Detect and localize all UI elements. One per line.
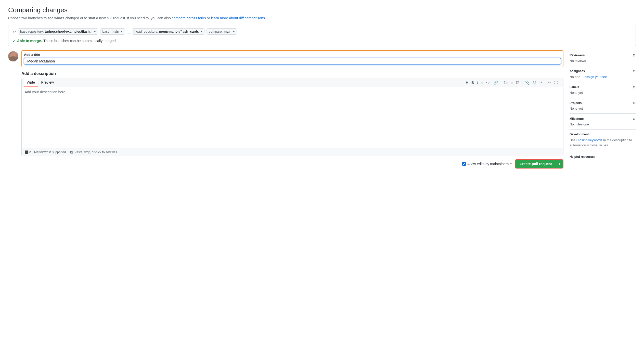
description-label: Add a description	[21, 71, 563, 76]
labels-title: Labels	[570, 85, 579, 89]
compare-branch-select[interactable]: compare: main ▾	[207, 28, 237, 35]
page-subtitle: Choose two branches to see what's change…	[8, 16, 636, 21]
base-repo-value: turingschool-examples/flash...	[45, 30, 93, 33]
switch-direction[interactable]: ← ···	[127, 29, 130, 35]
projects-title: Projects	[570, 101, 582, 105]
create-pr-button-group[interactable]: Create pull request ▾	[515, 159, 563, 169]
toolbar-link-btn[interactable]: 🔗	[492, 80, 499, 85]
compare-across-forks-link[interactable]: compare across forks	[172, 16, 206, 20]
branch-bar: ⇄ base repository: turingschool-examples…	[8, 25, 636, 46]
assignees-text: No one—	[570, 75, 584, 79]
preview-tab[interactable]: Preview	[38, 78, 57, 87]
labels-section: Labels ⚙ None yet	[570, 82, 636, 98]
toolbar-bold-btn[interactable]: B	[470, 80, 475, 85]
markdown-icon: ⬛M↓	[25, 150, 33, 154]
base-branch-select[interactable]: base: main ▾	[100, 28, 125, 35]
avatar-image	[8, 51, 18, 61]
toolbar-attach-btn[interactable]: 📎	[524, 80, 531, 85]
labels-gear-icon[interactable]: ⚙	[633, 85, 636, 89]
projects-value: None yet	[570, 107, 636, 110]
assignees-title: Assignees	[570, 69, 585, 73]
paste-drop-area[interactable]: 🖼 Paste, drop, or click to add files	[70, 150, 117, 154]
merge-check-icon: ✓	[12, 39, 16, 43]
toolbar-italic-btn[interactable]: I	[476, 80, 479, 85]
form-content: Add a title Add a description Write Prev…	[21, 50, 563, 169]
toolbar-divider-3	[545, 81, 545, 85]
allow-edits-label[interactable]: Allow edits by maintainers ?	[462, 162, 512, 166]
milestone-gear-icon[interactable]: ⚙	[633, 117, 636, 121]
closing-keywords-link[interactable]: Closing keywords	[576, 138, 602, 142]
base-value: main	[111, 30, 119, 33]
user-avatar	[8, 51, 18, 61]
allow-edits-checkbox[interactable]	[462, 162, 466, 166]
compare-label: compare:	[209, 30, 223, 33]
italic-icon: I	[477, 81, 478, 85]
base-repo-chevron: ▾	[94, 30, 96, 33]
toolbar-numbered-list-btn[interactable]: 1≡	[503, 80, 509, 85]
reviewers-gear-icon[interactable]: ⚙	[633, 53, 636, 57]
assignees-gear-icon[interactable]: ⚙	[633, 69, 636, 73]
toolbar-code-btn[interactable]: <>	[485, 80, 492, 85]
assignees-value: No one— assign yourself	[570, 75, 636, 79]
projects-gear-icon[interactable]: ⚙	[633, 101, 636, 105]
form-with-avatar: Add a title Add a description Write Prev…	[8, 50, 563, 169]
editor-tabs: Write Preview H B I ≡ <> 🔗 1≡ ≡ ☑	[22, 78, 563, 87]
switch-dots: ···	[127, 32, 130, 35]
editor-body[interactable]: Add your description here...	[22, 87, 563, 148]
sidebar: Reviewers ⚙ No reviews Assignees ⚙ No on…	[570, 50, 636, 162]
toolbar-heading-btn[interactable]: H	[465, 80, 470, 85]
able-to-merge-text: Able to merge.	[17, 39, 42, 43]
milestone-title: Milestone	[570, 117, 584, 121]
help-icon[interactable]: ?	[510, 162, 512, 166]
reviewers-section: Reviewers ⚙ No reviews	[570, 50, 636, 66]
toolbar-mention-btn[interactable]: @	[531, 80, 537, 85]
page-header: Comparing changes Choose two branches to…	[8, 6, 636, 21]
title-label: Add a title	[24, 53, 561, 57]
base-repo-label: base repository:	[20, 30, 44, 33]
assignees-header: Assignees ⚙	[570, 69, 636, 73]
projects-section: Projects ⚙ None yet	[570, 98, 636, 114]
base-label: base:	[102, 30, 111, 33]
switch-arrow: ←	[127, 29, 130, 32]
toolbar-unordered-list-btn[interactable]: ≡	[510, 80, 514, 85]
development-text-before: Use	[570, 138, 576, 142]
assign-yourself-link[interactable]: assign yourself	[585, 75, 607, 79]
description-placeholder: Add your description here...	[25, 90, 68, 94]
helpful-resources-title: Helpful resources	[570, 155, 636, 159]
toolbar-task-list-btn[interactable]: ☑	[515, 80, 521, 85]
toolbar-fullscreen-btn[interactable]: ⛶	[553, 80, 559, 85]
paste-label: Paste, drop, or click to add files	[74, 150, 117, 154]
projects-header: Projects ⚙	[570, 101, 636, 105]
subtitle-text-before: Choose two branches to see what's change…	[8, 16, 172, 20]
helpful-resources-section: Helpful resources	[570, 151, 636, 162]
base-chevron: ▾	[121, 30, 123, 33]
development-header: Development	[570, 133, 636, 136]
base-repo-select[interactable]: base repository: turingschool-examples/f…	[18, 28, 98, 35]
labels-value: None yet	[570, 91, 636, 95]
reviewers-title: Reviewers	[570, 54, 585, 57]
merge-message-text: These branches can be automatically merg…	[43, 39, 117, 43]
editor-toolbar: H B I ≡ <> 🔗 1≡ ≡ ☑ 📎 @	[462, 79, 561, 86]
editor-container: Write Preview H B I ≡ <> 🔗 1≡ ≡ ☑	[21, 78, 563, 156]
learn-more-link[interactable]: learn more about diff comparisons	[211, 16, 265, 20]
toolbar-undo-btn[interactable]: ↩	[547, 80, 552, 85]
merge-status: ✓ Able to merge. These branches can be a…	[12, 39, 632, 43]
image-icon: 🖼	[70, 150, 73, 154]
toolbar-reference-btn[interactable]: ↗	[538, 80, 544, 85]
subtitle-text-middle: or	[207, 16, 211, 20]
milestone-section: Milestone ⚙ No milestone	[570, 114, 636, 130]
compare-chevron: ▾	[233, 30, 235, 33]
toolbar-quote-btn[interactable]: ≡	[480, 80, 484, 85]
markdown-supported: ⬛M↓ Markdown is supported	[25, 150, 66, 154]
toolbar-divider-1	[501, 81, 501, 85]
head-repo-select[interactable]: head repository: memcmahon/flash_cards ▾	[132, 28, 204, 35]
subtitle-text-after: .	[266, 16, 267, 20]
milestone-header: Milestone ⚙	[570, 117, 636, 121]
write-tab[interactable]: Write	[24, 78, 38, 87]
form-actions: Allow edits by maintainers ? Create pull…	[21, 159, 563, 169]
development-title: Development	[570, 133, 589, 136]
create-pr-dropdown-arrow[interactable]: ▾	[556, 160, 563, 168]
title-input[interactable]	[24, 58, 561, 65]
create-pull-request-button[interactable]: Create pull request	[516, 160, 556, 168]
page-title: Comparing changes	[8, 6, 636, 14]
